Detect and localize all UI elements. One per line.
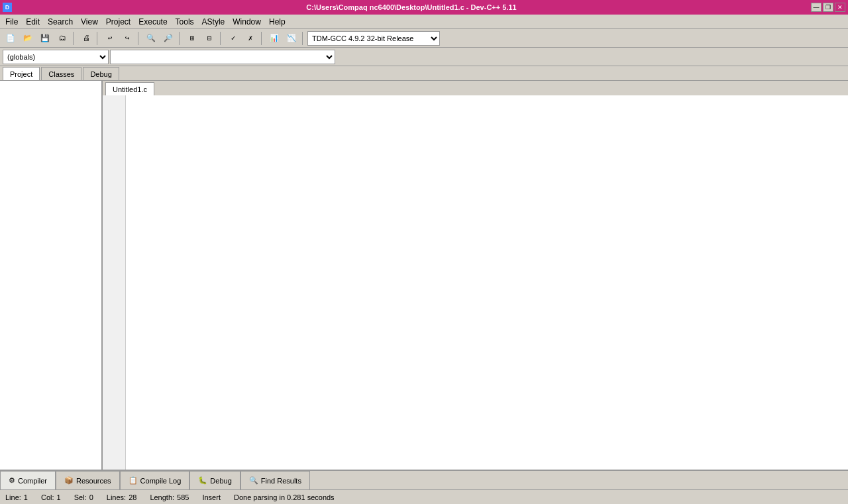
menu-item-astyle[interactable]: AStyle (198, 16, 229, 28)
menu-item-search[interactable]: Search (44, 16, 77, 28)
tab-find-results[interactable]: 🔍 Find Results (240, 471, 310, 489)
code-content[interactable] (126, 95, 848, 470)
compilelog-icon: 📋 (129, 476, 138, 485)
line-value: 1 (24, 493, 28, 501)
tb-redo[interactable]: ↪ (119, 31, 135, 46)
tb-find[interactable]: 🔍 (143, 31, 159, 46)
tab-compile-log[interactable]: 📋 Compile Log (120, 471, 190, 489)
panel-tabs: Project Classes Debug (0, 66, 848, 81)
sep7 (302, 32, 305, 45)
toolbar1: 📄 📂 💾 🗂 🖨 ↩ ↪ 🔍 🔎 ⊞ ⊟ ✓ ✗ 📊 📉 TDM-GCC 4.… (0, 29, 848, 48)
main-area: Untitled1.c (0, 81, 848, 470)
line-label: Line: (5, 493, 21, 501)
app-icon: D (3, 3, 12, 12)
bottom-panel: ⚙ Compiler 📦 Resources 📋 Compile Log 🐛 D… (0, 470, 848, 489)
left-panel (0, 81, 103, 470)
length-label: Length: (150, 493, 174, 501)
tb-undo[interactable]: ↩ (102, 31, 118, 46)
sep4 (179, 32, 182, 45)
menu-item-execute[interactable]: Execute (134, 16, 171, 28)
mode-value: Insert (202, 493, 221, 501)
compiler-icon: ⚙ (9, 476, 15, 485)
tab-classes[interactable]: Classes (41, 67, 81, 80)
menu-bar: FileEditSearchViewProjectExecuteToolsASt… (0, 15, 848, 29)
tab-untitled1c[interactable]: Untitled1.c (105, 82, 154, 95)
code-area[interactable] (103, 95, 848, 470)
compiler-label: Compiler (18, 477, 47, 485)
status-sel: Sel: 0 (74, 493, 93, 501)
tb-replace[interactable]: 🔎 (160, 31, 176, 46)
menu-item-help[interactable]: Help (265, 16, 290, 28)
tb-chart[interactable]: 📊 (266, 31, 282, 46)
sel-value: 0 (89, 493, 93, 501)
menu-item-window[interactable]: Window (229, 16, 265, 28)
close-button[interactable]: ✕ (835, 3, 845, 12)
col-value: 1 (57, 493, 61, 501)
tb-outdent[interactable]: ⊟ (201, 31, 217, 46)
sep2 (97, 32, 99, 45)
sep3 (138, 32, 140, 45)
status-bar: Line: 1 Col: 1 Sel: 0 Lines: 28 Length: … (0, 489, 848, 504)
tb-debug-chart[interactable]: 📉 (284, 31, 299, 46)
toolbar2: (globals) (0, 48, 848, 66)
length-value: 585 (177, 493, 189, 501)
status-col: Col: 1 (41, 493, 61, 501)
sep5 (220, 32, 223, 45)
tb-compile-check[interactable]: ✓ (225, 31, 241, 46)
window-controls: — ❐ ✕ (811, 3, 845, 12)
tb-compile-x[interactable]: ✗ (242, 31, 258, 46)
menu-item-tools[interactable]: Tools (172, 16, 198, 28)
tb-open[interactable]: 📂 (20, 31, 36, 46)
status-mode: Insert (202, 493, 221, 501)
menu-item-edit[interactable]: Edit (22, 16, 44, 28)
debug-label: Debug (210, 477, 231, 485)
tab-project[interactable]: Project (3, 67, 40, 80)
sep6 (261, 32, 264, 45)
resources-label: Resources (76, 477, 111, 485)
tb-new[interactable]: 📄 (3, 31, 19, 46)
menu-item-file[interactable]: File (1, 16, 22, 28)
compiler-select[interactable]: TDM-GCC 4.9.2 32-bit Release (307, 31, 440, 46)
tab-compiler[interactable]: ⚙ Compiler (0, 471, 56, 489)
title-bar: D C:\Users\Compaq nc6400\Desktop\Untitle… (0, 0, 848, 15)
tab-debug[interactable]: Debug (83, 67, 119, 80)
tb-print[interactable]: 🖨 (78, 31, 94, 46)
findresults-label: Find Results (261, 477, 301, 485)
message-value: Done parsing in 0.281 seconds (234, 493, 335, 501)
menu-item-project[interactable]: Project (102, 16, 134, 28)
tab-debug-bottom[interactable]: 🐛 Debug (189, 471, 240, 489)
status-length: Length: 585 (150, 493, 189, 501)
title-left: D (3, 3, 12, 12)
lines-label: Lines: (107, 493, 126, 501)
tb-save-all[interactable]: 🗂 (54, 31, 70, 46)
sep1 (73, 32, 76, 45)
minimize-button[interactable]: — (811, 3, 822, 12)
globals-select[interactable]: (globals) (3, 50, 109, 64)
line-numbers (103, 95, 126, 470)
debug-icon: 🐛 (198, 476, 207, 485)
sel-label: Sel: (74, 493, 87, 501)
lines-value: 28 (129, 493, 136, 501)
tb-indent[interactable]: ⊞ (184, 31, 200, 46)
col-label: Col: (41, 493, 54, 501)
window-title: C:\Users\Compaq nc6400\Desktop\Untitled1… (12, 3, 811, 11)
maximize-button[interactable]: ❐ (823, 3, 833, 12)
status-lines: Lines: 28 (107, 493, 137, 501)
tb-save[interactable]: 💾 (37, 31, 53, 46)
findresults-icon: 🔍 (249, 476, 258, 485)
code-tabs: Untitled1.c (103, 81, 848, 95)
scope-select[interactable] (110, 50, 335, 64)
status-line: Line: 1 (5, 493, 28, 501)
tab-resources[interactable]: 📦 Resources (56, 471, 120, 489)
compilelog-label: Compile Log (140, 477, 182, 485)
status-message: Done parsing in 0.281 seconds (234, 493, 335, 501)
menu-item-view[interactable]: View (77, 16, 102, 28)
resources-icon: 📦 (64, 476, 74, 485)
